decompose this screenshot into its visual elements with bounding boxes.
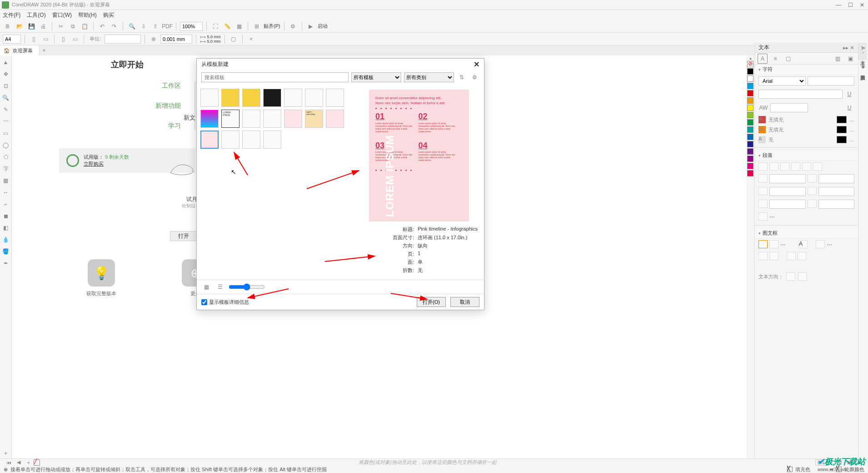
shape-tool-icon[interactable]: ✥ <box>1 69 11 79</box>
font-family-select[interactable]: Arial <box>758 76 806 86</box>
pick-tool-icon[interactable]: ▲ <box>1 57 11 67</box>
align-right-icon[interactable] <box>780 162 789 171</box>
buy-now-link[interactable]: 立即购买 <box>84 161 104 166</box>
valign-top-icon[interactable] <box>758 252 768 260</box>
font-size-input[interactable] <box>808 76 855 86</box>
indent-first-input[interactable] <box>818 174 855 183</box>
zoom-tool-icon[interactable]: 🔍 <box>1 93 11 103</box>
docker-tab-text[interactable]: A◦ 文本 <box>858 43 867 60</box>
new-doc-icon[interactable]: 🗎 <box>3 21 13 31</box>
portrait-icon[interactable]: ▯ <box>29 34 39 44</box>
redo-icon[interactable]: ↷ <box>109 21 119 31</box>
grid-icon[interactable]: ▦ <box>234 21 244 31</box>
export-icon[interactable]: ⇧ <box>150 21 160 31</box>
add-tab-button[interactable]: + <box>40 47 49 54</box>
valign-bot-icon[interactable] <box>787 252 796 260</box>
template-thumb[interactable]: LOREMIPSUM <box>221 110 239 128</box>
undo-icon[interactable]: ↶ <box>97 21 107 31</box>
frame-line-icon[interactable] <box>769 240 778 248</box>
menu-tools[interactable]: 工具(O) <box>27 11 45 19</box>
template-thumb[interactable] <box>200 89 219 107</box>
nav-workspace[interactable]: 工作区 <box>162 82 181 90</box>
bullets-icon[interactable] <box>758 212 768 221</box>
template-thumb[interactable] <box>221 131 239 149</box>
space-before-icon[interactable] <box>758 187 768 195</box>
landscape-icon[interactable]: ▭ <box>40 34 50 44</box>
effects-icon[interactable]: ▣ <box>845 54 855 64</box>
quick-customize-icon[interactable]: + <box>1 448 11 458</box>
template-thumb[interactable]: HAPPY BIRTHDAY <box>305 110 323 128</box>
bg-color-swatch[interactable] <box>837 126 847 133</box>
color-swatch[interactable] <box>747 141 753 147</box>
dup-x-input[interactable]: 5.0 mm <box>207 35 221 39</box>
template-thumb[interactable] <box>221 89 239 107</box>
rulers-icon[interactable]: 📏 <box>222 21 232 31</box>
color-swatch[interactable] <box>747 156 753 162</box>
template-thumb[interactable] <box>242 131 260 149</box>
template-thumb[interactable] <box>263 131 281 149</box>
zoom-level-input[interactable] <box>180 22 203 31</box>
indent-right-icon[interactable] <box>808 200 817 208</box>
rectangle-tool-icon[interactable]: ▭ <box>1 128 11 138</box>
launch-icon[interactable]: ▶ <box>306 21 316 31</box>
underline-btn-icon[interactable]: U <box>844 103 854 113</box>
template-settings-icon[interactable]: ⚙ <box>469 72 479 82</box>
template-thumb-selected[interactable] <box>200 131 219 149</box>
fill-indicator-swatch[interactable]: ╳ <box>787 467 793 472</box>
template-thumb[interactable] <box>200 110 219 128</box>
menu-buy[interactable]: 购买 <box>103 11 114 19</box>
maximize-button[interactable]: ☐ <box>846 2 854 8</box>
template-category-select[interactable]: 所有类别 <box>404 72 454 82</box>
print-icon[interactable]: 🖨 <box>38 21 48 31</box>
space-after-icon[interactable] <box>758 200 768 208</box>
launch-label[interactable]: 启动 <box>318 23 328 30</box>
template-thumb[interactable] <box>305 89 323 107</box>
frame-cols-more-icon[interactable]: … <box>827 240 832 248</box>
current-page-icon[interactable]: ▭ <box>70 34 80 44</box>
template-thumb[interactable] <box>284 89 302 107</box>
align-none-icon[interactable] <box>813 162 822 171</box>
dialog-close-button[interactable]: ✕ <box>474 60 479 69</box>
add-preset-icon[interactable]: + <box>246 34 256 44</box>
color-swatch[interactable] <box>747 134 753 140</box>
section-frame[interactable]: 图文框 <box>755 228 858 238</box>
minimize-button[interactable]: — <box>834 2 843 8</box>
outline-color-swatch[interactable] <box>837 136 847 143</box>
frame-cols-icon[interactable] <box>816 240 825 248</box>
fill-color-swatch[interactable] <box>837 116 847 123</box>
tryout-label[interactable]: 试月 <box>186 196 197 203</box>
bullets-more-icon[interactable]: … <box>769 212 775 221</box>
treat-as-filled-icon[interactable]: ▢ <box>229 34 239 44</box>
bg-none-label[interactable]: 无填充 <box>768 126 834 133</box>
template-thumb[interactable] <box>263 110 281 128</box>
indent-left-input[interactable] <box>769 174 806 183</box>
kerning-input[interactable] <box>770 103 808 112</box>
color-swatch[interactable] <box>747 119 753 126</box>
template-thumb[interactable] <box>263 89 281 107</box>
copy-icon[interactable]: ⧉ <box>68 21 78 31</box>
frame-fit-icon[interactable] <box>758 240 768 248</box>
text-dir-ttb-icon[interactable] <box>798 272 807 281</box>
align-left-icon[interactable] <box>758 162 768 171</box>
show-details-checkbox[interactable]: 显示模板详细信息 <box>201 299 249 306</box>
fill-none-label[interactable]: 无填充 <box>768 116 834 123</box>
get-full-tile[interactable]: 💡 获取完整版本 <box>86 259 116 297</box>
crop-tool-icon[interactable]: ⊡ <box>1 81 11 91</box>
line-space-input[interactable] <box>818 187 855 196</box>
snap-icon[interactable]: ⊞ <box>252 21 262 31</box>
dimension-tool-icon[interactable]: ↔ <box>1 187 11 197</box>
publish-pdf-icon[interactable]: PDF <box>162 21 172 31</box>
outline-tool-icon[interactable]: ✒ <box>1 258 11 268</box>
section-paragraph[interactable]: 段落 <box>755 151 858 161</box>
open-doc-icon[interactable]: 📂 <box>15 21 25 31</box>
char-bg-icon[interactable]: ab <box>758 126 766 133</box>
freehand-tool-icon[interactable]: ✎ <box>1 105 11 115</box>
color-swatch[interactable] <box>747 148 753 155</box>
cut-icon[interactable]: ✂ <box>56 21 66 31</box>
columns-icon[interactable]: ▥ <box>833 54 843 64</box>
thumb-view-icon[interactable]: ▦ <box>201 282 211 292</box>
dialog-cancel-button[interactable]: 取消 <box>450 297 479 307</box>
color-swatch[interactable] <box>747 83 753 89</box>
ellipse-tool-icon[interactable]: ◯ <box>1 140 11 150</box>
menu-help[interactable]: 帮助(H) <box>78 11 97 19</box>
